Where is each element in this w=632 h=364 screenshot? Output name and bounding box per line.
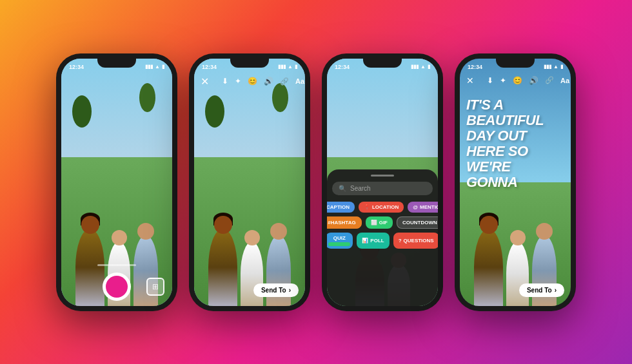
questions-label: QUESTIONS	[404, 238, 434, 244]
sticker-mention[interactable]: @ MENTION	[408, 202, 438, 213]
record-inner	[106, 276, 128, 298]
sticker-row-1: ● CAPTION 📍 LOCATION @ MENTION	[332, 202, 433, 213]
location-label: LOCATION	[372, 204, 399, 210]
caption-label: CAPTION	[327, 204, 350, 210]
mention-label: MENTION	[420, 204, 438, 210]
sky-3	[327, 59, 438, 158]
battery-icon-4: ▮	[560, 64, 563, 70]
location-pin-icon: 📍	[364, 204, 370, 210]
signal-icon-2: ▮▮▮	[278, 64, 286, 70]
wifi-icon-4: ▲	[553, 64, 558, 70]
photo-bg-2	[194, 59, 305, 306]
camera-toolbar	[61, 259, 172, 306]
audio-icon-2[interactable]: 🔊	[264, 77, 273, 86]
send-to-button-4[interactable]: Send To ›	[519, 283, 564, 297]
text-icon-4[interactable]: Aa	[560, 77, 569, 84]
notch-1	[97, 59, 136, 68]
questions-icon: ?	[399, 238, 402, 244]
top-toolbar-2: ✕ ⬇ ✦ 😊 🔊 🔗 Aa	[194, 73, 305, 90]
head-2b	[244, 230, 260, 245]
phone-2: 12:34 ▮▮▮ ▲ ▮	[189, 53, 310, 311]
head-2c	[270, 223, 287, 240]
notch-2	[230, 59, 269, 68]
sticker-caption[interactable]: ● CAPTION	[327, 202, 355, 213]
mention-icon: @	[413, 204, 418, 210]
hashtag-label: #HASHTAG	[328, 220, 355, 225]
sticker-poll[interactable]: 📊 POLL	[357, 233, 389, 249]
phone-4: 12:34 ▮▮▮ ▲ ▮	[455, 53, 576, 311]
phone-2-screen: 12:34 ▮▮▮ ▲ ▮	[194, 59, 305, 306]
quiz-label: QUIZ	[333, 235, 346, 241]
status-icons-2: ▮▮▮ ▲ ▮	[278, 64, 297, 70]
battery-icon-3: ▮	[428, 64, 430, 70]
download-icon-4[interactable]: ⬇	[487, 76, 493, 85]
phone-4-screen: 12:34 ▮▮▮ ▲ ▮	[460, 59, 571, 306]
status-icons-4: ▮▮▮ ▲ ▮	[544, 64, 563, 70]
record-button[interactable]	[103, 273, 131, 301]
sticker-search[interactable]: 🔍 Search	[332, 182, 433, 195]
link-icon-2[interactable]: 🔗	[280, 77, 289, 86]
phones-container: 12:34 ▮▮▮ ▲ ▮	[43, 41, 589, 324]
search-placeholder: Search	[350, 185, 371, 192]
people-2	[194, 120, 305, 306]
chevron-right-icon-2: ›	[289, 287, 291, 294]
sticker-hashtag[interactable]: #HASHTAG	[327, 216, 362, 229]
sticker-picker: 🔍 Search ● CAPTION 📍 LOCATION	[327, 169, 438, 305]
head-2	[112, 230, 127, 245]
head-4c	[536, 223, 553, 240]
time-1: 12:34	[69, 64, 84, 70]
link-icon-4[interactable]: 🔗	[545, 76, 554, 84]
status-icons-1: ▮▮▮ ▲ ▮	[145, 64, 164, 70]
phone-1: 12:34 ▮▮▮ ▲ ▮	[56, 53, 177, 311]
send-to-button-2[interactable]: Send To ›	[253, 283, 299, 297]
phone-1-screen: 12:34 ▮▮▮ ▲ ▮	[61, 59, 172, 306]
tree-right-1	[139, 83, 155, 112]
sticker-countdown[interactable]: COUNTDOWN	[397, 216, 438, 229]
quiz-bar	[328, 242, 350, 246]
overlay-text: IT'S A BEAUTIFUL DAY OUT HERE SO WE'RE G…	[466, 97, 544, 191]
download-icon-2[interactable]: ⬇	[222, 77, 228, 86]
status-icons-3: ▮▮▮ ▲ ▮	[411, 64, 430, 70]
effect-icon-4[interactable]: ✦	[500, 76, 506, 85]
top-toolbar-4: ✕ ⬇ ✦ 😊 🔊 🔗 Aa	[460, 73, 571, 88]
head-3	[137, 223, 154, 240]
sticker-grid: ● CAPTION 📍 LOCATION @ MENTION	[332, 202, 433, 249]
countdown-label: COUNTDOWN	[402, 220, 437, 225]
head-4b	[510, 230, 526, 245]
gif-label: GIF	[379, 220, 388, 225]
progress-bar	[97, 264, 136, 266]
drag-handle	[371, 175, 394, 177]
search-icon: 🔍	[339, 185, 346, 192]
person-2a	[208, 229, 237, 306]
notch-3	[363, 59, 402, 68]
phone-3: 12:34 ▮▮▮ ▲ ▮	[322, 53, 443, 311]
head-1	[81, 216, 99, 234]
wifi-icon: ▲	[155, 64, 160, 70]
send-to-label-4: Send To	[527, 287, 552, 294]
battery-icon: ▮	[162, 64, 164, 70]
close-button-2[interactable]: ✕	[201, 75, 209, 88]
time-4: 12:34	[468, 64, 482, 70]
wifi-icon-2: ▲	[288, 64, 293, 70]
signal-icon-4: ▮▮▮	[544, 64, 551, 70]
effect-icon-2[interactable]: ✦	[235, 77, 241, 86]
audio-icon-4[interactable]: 🔊	[529, 76, 538, 85]
phone-3-screen: 12:34 ▮▮▮ ▲ ▮	[327, 59, 438, 306]
head-4a	[480, 216, 498, 234]
emoji-icon-2[interactable]: 😊	[248, 77, 257, 86]
sticker-questions[interactable]: ? QUESTIONS	[393, 233, 438, 249]
poll-icon: 📊	[362, 238, 368, 244]
sticker-quiz[interactable]: QUIZ	[327, 233, 353, 249]
sticker-gif[interactable]: ⬜ GIF	[366, 216, 393, 229]
chevron-right-icon-4: ›	[555, 287, 557, 294]
battery-icon-2: ▮	[295, 64, 297, 70]
signal-icon-3: ▮▮▮	[411, 64, 419, 70]
signal-icon: ▮▮▮	[145, 64, 153, 70]
notch-4	[496, 59, 535, 68]
emoji-icon-4[interactable]: 😊	[513, 76, 522, 85]
send-to-label-2: Send To	[261, 287, 286, 294]
text-icon-2[interactable]: Aa	[295, 77, 304, 85]
close-button-4[interactable]: ✕	[466, 75, 474, 86]
sticker-location[interactable]: 📍 LOCATION	[359, 202, 404, 213]
poll-label: POLL	[370, 238, 384, 244]
